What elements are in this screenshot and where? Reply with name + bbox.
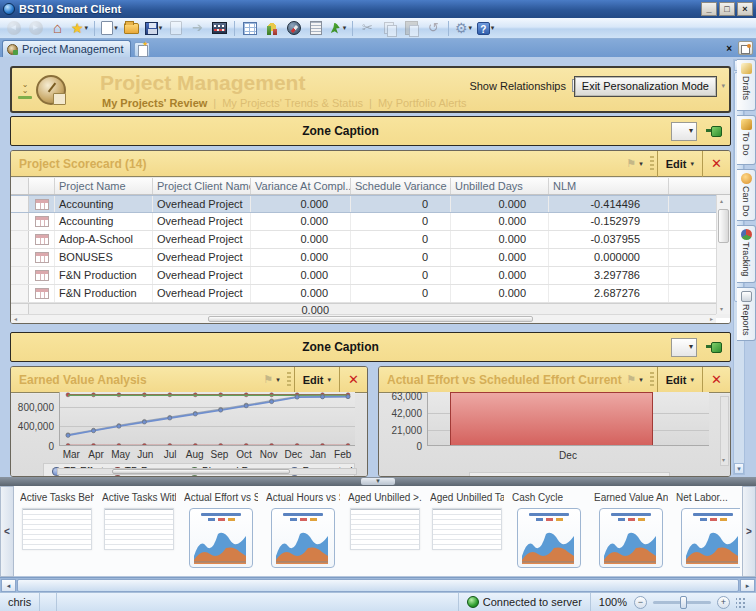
tab-project-management[interactable]: Project Management xyxy=(2,40,131,57)
scorecard-close-icon[interactable]: ✕ xyxy=(702,151,730,177)
gallery-item[interactable]: Aged Unbilled >... xyxy=(344,490,426,574)
resize-grip[interactable] xyxy=(736,596,746,609)
paste-icon[interactable] xyxy=(402,20,421,37)
undo-icon[interactable]: ↺ xyxy=(424,20,443,37)
zoom-slider[interactable] xyxy=(653,601,711,604)
table-horizontal-scrollbar[interactable]: ◂ ▸ xyxy=(11,314,716,323)
flag-icon[interactable]: ⚑ ▾ xyxy=(263,373,279,386)
col-unbilled-days[interactable]: Unbilled Days xyxy=(451,178,549,194)
auto-hide-icon[interactable] xyxy=(738,41,753,55)
cut-icon[interactable]: ✂ xyxy=(358,20,377,37)
pin-icon[interactable] xyxy=(706,341,722,353)
col-nlm[interactable]: NLM xyxy=(549,178,669,194)
favorites-icon[interactable]: ★▾ xyxy=(70,20,89,37)
zoom-in-button[interactable]: + xyxy=(717,596,730,609)
scrollbar-thumb[interactable] xyxy=(112,469,291,474)
table-row[interactable]: Accounting Overhead Project 0.000 0 0.00… xyxy=(11,195,730,213)
drag-handle[interactable] xyxy=(650,156,654,172)
row-selector[interactable] xyxy=(11,213,29,230)
dock-tab-tracking[interactable]: Tracking xyxy=(737,225,756,283)
actual-effort-edit-button[interactable]: Edit▾ xyxy=(657,367,702,393)
dock-tab-to-do[interactable]: To Do xyxy=(737,115,756,165)
row-selector[interactable] xyxy=(11,285,29,302)
compass-icon[interactable] xyxy=(284,20,303,37)
gallery-item[interactable]: Aged Unbilled Ta... xyxy=(426,490,508,574)
copy-icon[interactable] xyxy=(380,20,399,37)
col-client-name[interactable]: Project Client Name xyxy=(153,178,251,194)
zoom-slider-thumb[interactable] xyxy=(680,596,687,609)
help-icon[interactable]: ?▾ xyxy=(476,20,495,37)
scrollbar-thumb[interactable] xyxy=(208,316,532,322)
home-icon[interactable]: ⌂ xyxy=(48,20,67,37)
nav-trends-status[interactable]: My Projects' Trends & Status xyxy=(222,97,363,109)
chart-icon[interactable] xyxy=(262,20,281,37)
horizontal-splitter[interactable]: ▼ xyxy=(0,477,756,486)
zone-dropdown[interactable] xyxy=(671,122,697,141)
table-row[interactable]: Adop-A-School Overhead Project 0.000 0 0… xyxy=(11,231,730,249)
col-variance[interactable]: Variance At Compl... xyxy=(251,178,351,194)
row-selector[interactable] xyxy=(11,249,29,266)
forward-icon[interactable]: ► xyxy=(26,20,45,37)
gallery-item[interactable]: Net Labor... xyxy=(672,490,740,574)
new-document-icon[interactable]: ▾ xyxy=(100,20,119,37)
banner-chevron-down-icon[interactable]: ▾ xyxy=(721,82,725,90)
row-selector[interactable] xyxy=(11,231,29,248)
print-preview-icon[interactable] xyxy=(166,20,185,37)
minimize-button[interactable]: _ xyxy=(701,2,717,16)
table-row[interactable]: BONUSES Overhead Project 0.000 0 0.000 0… xyxy=(11,249,730,267)
collapse-chevron-icon[interactable]: ⌄⌄ xyxy=(18,82,32,99)
close-document-icon[interactable]: × xyxy=(726,43,732,54)
scrollbar-thumb[interactable] xyxy=(718,209,729,243)
grid-view-icon[interactable] xyxy=(240,20,259,37)
flag-icon[interactable]: ⚑ ▾ xyxy=(626,373,642,386)
gallery-item[interactable]: Active Tasks With... xyxy=(98,490,180,574)
chart-vertical-scrollbar[interactable]: ▾ xyxy=(720,396,729,466)
maximize-button[interactable]: □ xyxy=(719,2,735,16)
new-tab-button[interactable] xyxy=(134,42,150,57)
table-row[interactable]: Accounting Overhead Project 0.000 0 0.00… xyxy=(11,213,730,231)
actual-effort-close-icon[interactable]: ✕ xyxy=(702,367,730,393)
film-strip-icon[interactable] xyxy=(210,20,229,37)
gallery-item[interactable]: Actual Hours vs S... xyxy=(262,490,344,574)
scrollbar-thumb[interactable] xyxy=(17,579,739,592)
splitter-collapse-button[interactable]: ▼ xyxy=(361,478,395,485)
notes-icon[interactable] xyxy=(306,20,325,37)
table-row[interactable]: F&N Production Overhead Project 0.000 0 … xyxy=(11,267,730,285)
earned-value-edit-button[interactable]: Edit▾ xyxy=(294,367,339,393)
gallery-item[interactable]: Actual Effort vs Sc... xyxy=(180,490,262,574)
send-forward-icon[interactable]: ➔ xyxy=(188,20,207,37)
back-icon[interactable]: ◄ xyxy=(4,20,23,37)
drag-handle[interactable] xyxy=(650,372,654,388)
settings-gear-icon[interactable]: ⚙▾ xyxy=(454,20,473,37)
close-button[interactable]: × xyxy=(737,2,753,16)
scorecard-edit-button[interactable]: Edit▾ xyxy=(657,151,702,177)
dock-tab-can-do[interactable]: Can Do xyxy=(737,169,756,221)
save-icon[interactable]: ▾ xyxy=(144,20,163,37)
pin-icon[interactable] xyxy=(706,125,722,137)
table-vertical-scrollbar[interactable]: ▴ ▾ xyxy=(716,195,730,314)
chart-horizontal-scrollbar[interactable] xyxy=(57,468,357,475)
table-row[interactable]: F&N Production Overhead Project 0.000 0 … xyxy=(11,285,730,303)
dock-tab-reports[interactable]: Reports xyxy=(737,287,756,341)
gallery-scroll-left-button[interactable]: < xyxy=(0,486,14,577)
nav-my-projects-review[interactable]: My Projects' Review xyxy=(102,97,207,109)
nav-portfolio-alerts[interactable]: My Portfolio Alerts xyxy=(378,97,467,109)
zoom-out-button[interactable]: − xyxy=(634,596,647,609)
gallery-item[interactable]: Active Tasks Behi... xyxy=(16,490,98,574)
open-folder-icon[interactable] xyxy=(122,20,141,37)
gallery-item[interactable]: Cash Cycle xyxy=(508,490,590,574)
zone-dropdown[interactable] xyxy=(671,338,697,357)
dock-tab-drafts[interactable]: Drafts xyxy=(737,59,756,111)
exit-personalization-button[interactable]: Exit Personalization Mode xyxy=(574,76,717,97)
run-icon[interactable]: ▾ xyxy=(328,20,347,37)
row-selector[interactable] xyxy=(11,267,29,284)
gallery-item[interactable]: Earned Value Ana... xyxy=(590,490,672,574)
earned-value-close-icon[interactable]: ✕ xyxy=(339,367,367,393)
flag-icon[interactable]: ⚑ ▾ xyxy=(626,157,642,170)
main-horizontal-scrollbar[interactable]: ◂ ▸ xyxy=(0,577,756,592)
col-schedule-variance[interactable]: Schedule Variance xyxy=(351,178,451,194)
row-selector[interactable] xyxy=(11,196,29,212)
gallery-scroll-right-button[interactable]: > xyxy=(742,486,756,577)
col-project-name[interactable]: Project Name xyxy=(55,178,153,194)
drag-handle[interactable] xyxy=(287,372,291,388)
